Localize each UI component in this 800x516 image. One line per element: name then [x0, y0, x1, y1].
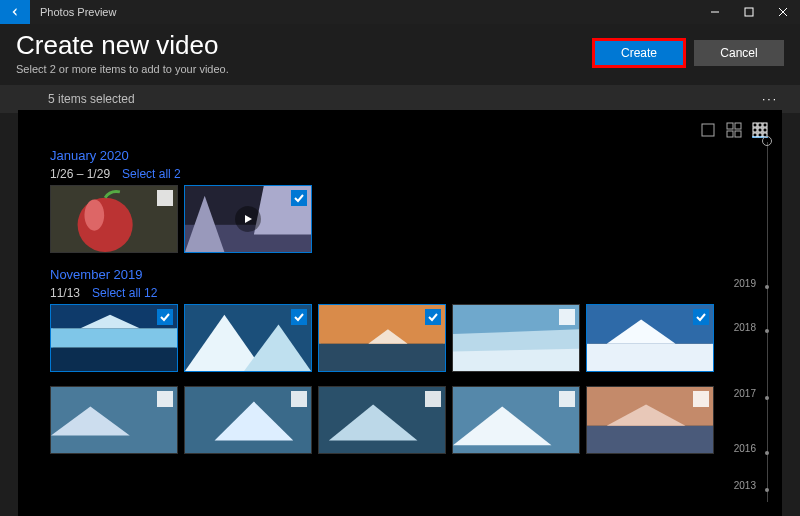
- app-title: Photos Preview: [40, 6, 116, 18]
- minimize-button[interactable]: [698, 0, 732, 24]
- checkbox-icon[interactable]: [559, 309, 575, 325]
- checkbox-icon[interactable]: [157, 391, 173, 407]
- date-range: 1/26 – 1/29: [50, 167, 110, 181]
- svg-rect-25: [51, 348, 177, 371]
- svg-rect-8: [735, 131, 741, 137]
- header: Create new video Select 2 or more items …: [0, 24, 800, 85]
- more-options-button[interactable]: ···: [758, 88, 782, 110]
- checkbox-icon[interactable]: [693, 391, 709, 407]
- view-grid2-button[interactable]: [726, 122, 742, 138]
- checkbox-icon[interactable]: [559, 391, 575, 407]
- svg-rect-24: [51, 328, 177, 347]
- media-thumb[interactable]: [586, 386, 714, 454]
- media-thumb-snow-mountain[interactable]: [586, 304, 714, 372]
- month-heading: November 2019: [50, 267, 770, 282]
- checkbox-icon[interactable]: [291, 391, 307, 407]
- timeline-scrubber[interactable]: 2019 2018 2017 2016 2013: [758, 138, 776, 506]
- page-title: Create new video: [16, 30, 229, 61]
- svg-rect-9: [753, 123, 757, 127]
- svg-rect-16: [758, 133, 762, 137]
- svg-rect-38: [587, 426, 713, 453]
- select-all-link[interactable]: Select all 2: [122, 167, 181, 181]
- close-button[interactable]: [766, 0, 800, 24]
- timeline-year: 2016: [734, 443, 756, 454]
- svg-rect-32: [587, 344, 713, 371]
- cancel-button[interactable]: Cancel: [694, 40, 784, 66]
- svg-rect-1: [745, 8, 753, 16]
- media-thumb-waterfall-video[interactable]: [184, 185, 312, 253]
- create-button[interactable]: Create: [594, 40, 684, 66]
- media-thumb[interactable]: [184, 386, 312, 454]
- media-thumb-glacier[interactable]: [50, 304, 178, 372]
- svg-rect-7: [727, 131, 733, 137]
- checkbox-icon[interactable]: [157, 309, 173, 325]
- svg-point-19: [78, 198, 133, 252]
- selection-toolbar: 5 items selected ···: [0, 85, 800, 113]
- media-thumb[interactable]: [318, 386, 446, 454]
- svg-rect-15: [753, 133, 757, 137]
- maximize-button[interactable]: [732, 0, 766, 24]
- media-thumb-glacier-wall[interactable]: [452, 304, 580, 372]
- timeline-year: 2013: [734, 480, 756, 491]
- view-switch: [32, 122, 768, 138]
- timeline-handle-icon[interactable]: [762, 136, 772, 146]
- selection-count: 5 items selected: [48, 92, 135, 106]
- timeline-year: 2019: [734, 278, 756, 289]
- media-thumb-iceberg-close[interactable]: [184, 304, 312, 372]
- date-range: 11/13: [50, 286, 80, 300]
- checkbox-icon[interactable]: [425, 391, 441, 407]
- checkbox-icon[interactable]: [693, 309, 709, 325]
- checkbox-icon[interactable]: [157, 190, 173, 206]
- svg-rect-6: [735, 123, 741, 129]
- checkbox-icon[interactable]: [291, 309, 307, 325]
- month-heading: January 2020: [50, 148, 770, 163]
- checkbox-icon[interactable]: [425, 309, 441, 325]
- timeline-year: 2017: [734, 388, 756, 399]
- checkbox-icon[interactable]: [291, 190, 307, 206]
- media-thumb-apple[interactable]: [50, 185, 178, 253]
- svg-rect-10: [758, 123, 762, 127]
- svg-rect-14: [763, 128, 767, 132]
- timeline-year: 2018: [734, 322, 756, 333]
- back-arrow-icon: [9, 6, 21, 18]
- media-thumb[interactable]: [452, 386, 580, 454]
- window-controls: [698, 0, 800, 24]
- media-thumb-iceberg-sunset[interactable]: [318, 304, 446, 372]
- svg-rect-4: [702, 124, 714, 136]
- svg-rect-13: [758, 128, 762, 132]
- page-subtitle: Select 2 or more items to add to your vi…: [16, 63, 229, 75]
- svg-rect-28: [319, 344, 445, 371]
- play-icon: [235, 206, 261, 232]
- back-button[interactable]: [0, 0, 30, 24]
- svg-rect-12: [753, 128, 757, 132]
- media-thumb[interactable]: [50, 386, 178, 454]
- content-area: January 2020 1/26 – 1/29 Select all 2: [18, 110, 782, 516]
- svg-rect-5: [727, 123, 733, 129]
- view-single-button[interactable]: [700, 122, 716, 138]
- title-bar: Photos Preview: [0, 0, 800, 24]
- svg-rect-11: [763, 123, 767, 127]
- svg-point-20: [84, 200, 104, 231]
- select-all-link[interactable]: Select all 12: [92, 286, 157, 300]
